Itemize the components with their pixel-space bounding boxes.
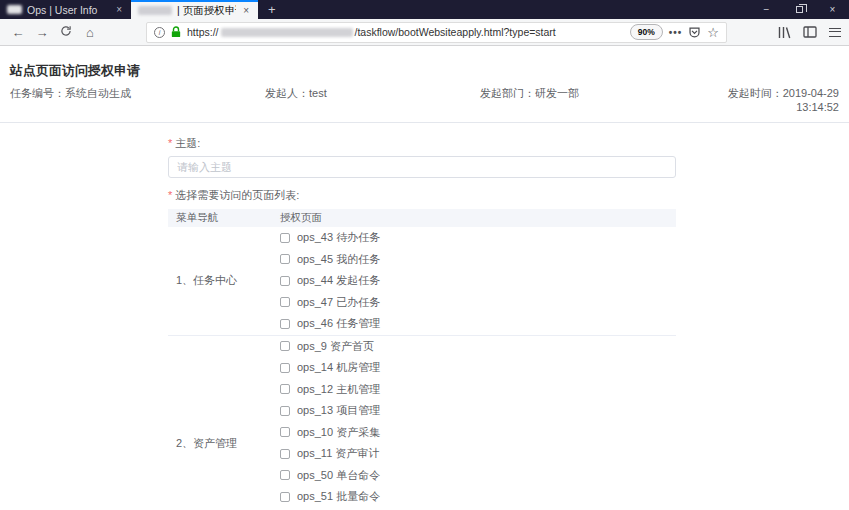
pocket-icon[interactable] (688, 26, 701, 39)
site-info-icon[interactable]: i (154, 27, 165, 38)
page-option-label: ops_50 单台命令 (297, 468, 380, 483)
page-option-label: ops_51 批量命令 (297, 489, 380, 504)
page-option-row[interactable]: ops_50 单台命令 (280, 465, 676, 487)
page-option-row[interactable]: ops_47 已办任务 (280, 292, 676, 314)
page-option-row[interactable]: ops_43 待办任务 (280, 227, 676, 249)
tab-close-icon[interactable]: × (114, 4, 124, 15)
page-checkbox[interactable] (280, 297, 290, 307)
favicon-redacted (138, 6, 172, 15)
window-close-button[interactable]: × (816, 0, 849, 19)
required-marker: * (168, 189, 172, 201)
page-option-row[interactable]: ops_46 任务管理 (280, 313, 676, 335)
page-option-row[interactable]: ops_11 资产审计 (280, 443, 676, 465)
page-checkbox[interactable] (280, 276, 290, 286)
tab-title: Ops | User Info (27, 4, 109, 16)
page-checkbox[interactable] (280, 449, 290, 459)
column-header-menu-nav: 菜单导航 (168, 211, 280, 225)
window-minimize-button[interactable]: − (750, 0, 783, 19)
menu-icon[interactable] (829, 28, 841, 37)
page-option-label: ops_44 发起任务 (297, 273, 380, 288)
page-checkbox[interactable] (280, 406, 290, 416)
page-option-row[interactable]: ops_13 项目管理 (280, 400, 676, 422)
table-group: 1、任务中心ops_43 待办任务ops_45 我的任务ops_44 发起任务o… (168, 227, 676, 336)
page-option-row[interactable]: ops_51 批量命令 (280, 486, 676, 508)
meta-item: 发起部门：研发一部 (480, 86, 720, 113)
page-option-label: ops_45 我的任务 (297, 252, 380, 267)
page-option-label: ops_47 已办任务 (297, 295, 380, 310)
forward-icon[interactable]: → (30, 26, 54, 39)
meta-value: 系统自动生成 (65, 87, 131, 99)
page-checkbox[interactable] (280, 254, 290, 264)
meta-value: 2019-04-29 13:14:52 (783, 87, 839, 113)
pages-table: 菜单导航 授权页面 1、任务中心ops_43 待办任务ops_45 我的任务op… (168, 209, 676, 510)
tab-close-icon[interactable]: × (241, 5, 251, 16)
url-text: https:// /taskflow/bootWebsiteapply.html… (187, 26, 556, 38)
page-option-label: ops_43 待办任务 (297, 230, 380, 245)
browser-toolbar: ← → ⌂ i https:// /taskflow/bootWebsiteap… (0, 19, 849, 46)
tab-title: | 页面授权申请 (177, 4, 236, 18)
meta-item: 发起人：test (265, 86, 480, 113)
favicon-redacted (7, 5, 22, 14)
page-checkbox[interactable] (280, 363, 290, 373)
page-checkbox[interactable] (280, 427, 290, 437)
tab-user-info[interactable]: Ops | User Info × (0, 0, 131, 19)
page-option-row[interactable]: ops_10 资产采集 (280, 422, 676, 444)
meta-label: 任务编号： (10, 87, 65, 99)
page-actions-icon[interactable]: ••• (669, 27, 683, 38)
page-checkbox[interactable] (280, 492, 290, 502)
tab-page-auth-apply[interactable]: | 页面授权申请 × (131, 0, 258, 19)
meta-value: 研发一部 (535, 87, 579, 99)
page-option-row[interactable]: ops_12 主机管理 (280, 379, 676, 401)
url-path: /taskflow/bootWebsiteapply.html?type=sta… (355, 26, 556, 38)
meta-value: test (309, 87, 327, 99)
pages-table-body: 1、任务中心ops_43 待办任务ops_45 我的任务ops_44 发起任务o… (168, 227, 676, 510)
reload-icon[interactable] (54, 25, 78, 39)
library-icon[interactable] (777, 26, 791, 39)
table-group: 2、资产管理ops_9 资产首页ops_14 机房管理ops_12 主机管理op… (168, 336, 676, 510)
page-checkbox[interactable] (280, 233, 290, 243)
page-checkbox[interactable] (280, 470, 290, 480)
meta-label: 发起时间： (728, 87, 783, 99)
column-header-auth-pages: 授权页面 (280, 211, 676, 225)
subject-field-label: *主题: (168, 136, 676, 151)
page-title: 站点页面访问授权申请 (10, 62, 849, 80)
page-checkbox[interactable] (280, 341, 290, 351)
page-checkbox[interactable] (280, 384, 290, 394)
new-tab-button[interactable]: + (258, 0, 286, 19)
page-option-label: ops_11 资产审计 (297, 446, 379, 461)
toolbar-right-icons (777, 26, 841, 39)
pages-field-label: *选择需要访问的页面列表: (168, 188, 676, 203)
page-meta: 任务编号：系统自动生成发起人：test发起部门：研发一部发起时间：2019-04… (0, 80, 849, 123)
home-icon[interactable]: ⌂ (78, 26, 102, 39)
group-name: 2、资产管理 (168, 336, 280, 510)
meta-item: 任务编号：系统自动生成 (10, 86, 265, 113)
back-icon[interactable]: ← (6, 26, 30, 39)
pages-table-header: 菜单导航 授权页面 (168, 209, 676, 227)
apply-form: *主题: *选择需要访问的页面列表: 菜单导航 授权页面 1、任务中心ops_4… (168, 136, 676, 510)
window-controls: − × (750, 0, 849, 19)
restore-icon (796, 6, 803, 13)
meta-label: 发起人： (265, 87, 309, 99)
page-checkbox[interactable] (280, 319, 290, 329)
url-domain-redacted (221, 28, 353, 37)
required-marker: * (168, 137, 172, 149)
url-bar[interactable]: i https:// /taskflow/bootWebsiteapply.ht… (146, 22, 727, 43)
window-restore-button[interactable] (783, 0, 816, 19)
page-option-row[interactable]: ops_44 发起任务 (280, 270, 676, 292)
group-pages: ops_43 待办任务ops_45 我的任务ops_44 发起任务ops_47 … (280, 227, 676, 335)
group-name: 1、任务中心 (168, 227, 280, 335)
page-option-row[interactable]: ops_14 机房管理 (280, 357, 676, 379)
page-option-row[interactable]: ops_45 我的任务 (280, 249, 676, 271)
group-pages: ops_9 资产首页ops_14 机房管理ops_12 主机管理ops_13 项… (280, 336, 676, 510)
page-option-label: ops_12 主机管理 (297, 382, 380, 397)
page-option-label: ops_14 机房管理 (297, 360, 380, 375)
page-option-row[interactable]: ops_9 资产首页 (280, 336, 676, 358)
bookmark-star-icon[interactable]: ☆ (707, 25, 719, 40)
page-option-label: ops_46 任务管理 (297, 316, 380, 331)
subject-input[interactable] (168, 156, 676, 178)
sidebar-icon[interactable] (803, 26, 817, 38)
page-option-label: ops_9 资产首页 (297, 339, 374, 354)
page-option-label: ops_10 资产采集 (297, 425, 380, 440)
zoom-level-badge[interactable]: 90% (630, 24, 663, 40)
page-option-label: ops_13 项目管理 (297, 403, 380, 418)
